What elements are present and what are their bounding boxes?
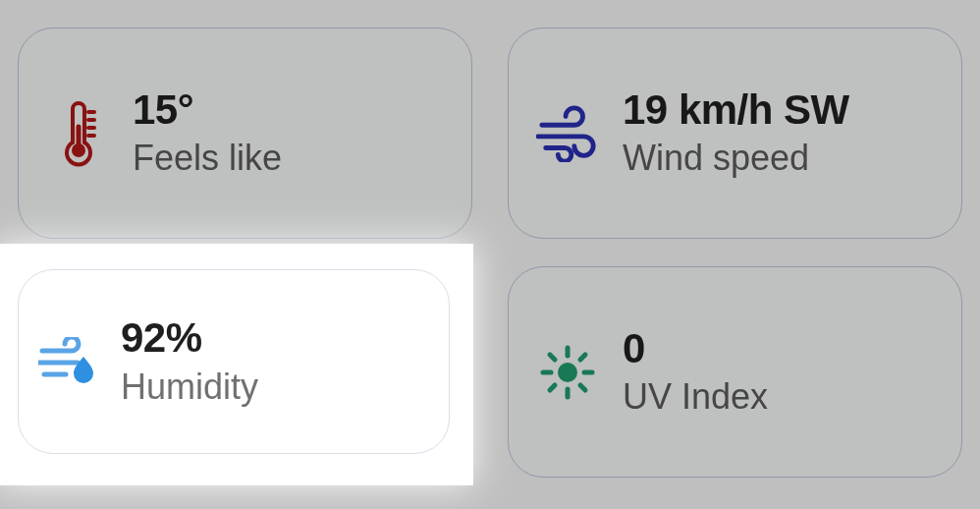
feels-like-card[interactable]: 15° Feels like [18, 28, 472, 239]
humidity-label: Humidity [121, 366, 258, 408]
uv-label: UV Index [623, 375, 768, 418]
humidity-value: 92% [121, 315, 258, 361]
svg-line-11 [550, 355, 555, 360]
wind-card[interactable]: 19 km/h SW Wind speed [508, 28, 962, 239]
uv-value: 0 [623, 326, 768, 371]
svg-line-13 [580, 355, 585, 360]
feels-like-value: 15° [133, 87, 282, 133]
thermometer-icon [46, 99, 109, 168]
humidity-spotlight: 92% Humidity [0, 248, 469, 481]
humidity-card[interactable]: 92% Humidity [18, 269, 450, 454]
feels-like-label: Feels like [133, 137, 282, 179]
wind-value: 19 km/h SW [623, 87, 849, 133]
uv-index-card[interactable]: 0 UV Index [508, 266, 962, 478]
wind-icon [536, 105, 599, 162]
wind-label: Wind speed [623, 137, 849, 179]
svg-line-14 [550, 385, 555, 390]
svg-point-6 [558, 363, 577, 382]
humidity-icon [38, 337, 101, 386]
svg-line-12 [580, 385, 585, 390]
sun-icon [536, 344, 599, 401]
